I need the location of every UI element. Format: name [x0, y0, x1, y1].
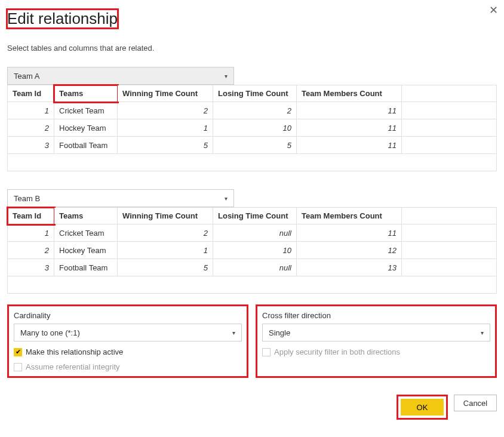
- table-row[interactable]: 1 Cricket Team 2 2 11: [8, 102, 497, 119]
- table-a-selected: Team A: [14, 72, 39, 81]
- checkbox-checked-icon: ✔: [14, 348, 22, 356]
- col-header-members[interactable]: Team Members Count: [297, 85, 402, 102]
- cell-id: 2: [8, 119, 54, 137]
- table-row[interactable]: 3 Football Team 5 5 11: [8, 137, 497, 154]
- table-a-grid: Team Id Teams Winning Time Count Losing …: [7, 85, 497, 171]
- table-row[interactable]: 2 Hockey Team 1 10 11: [8, 119, 497, 137]
- col-header-losing[interactable]: Losing Time Count: [213, 208, 297, 224]
- table-b-select[interactable]: Team B ▾: [7, 189, 234, 207]
- table-row[interactable]: 1 Cricket Team 2 null 11: [8, 224, 497, 242]
- cardinality-label: Cardinality: [14, 311, 242, 320]
- cell-lose: null: [213, 259, 297, 276]
- cell-teams: Hockey Team: [54, 242, 118, 259]
- edit-relationship-dialog: ✕ Edit relationship Select tables and co…: [0, 0, 504, 432]
- cell-id: 3: [8, 137, 54, 154]
- security-checkbox-row: Apply security filter in both directions: [262, 347, 490, 356]
- chevron-down-icon: ▾: [232, 330, 235, 336]
- cardinality-select[interactable]: Many to one (*:1) ▾: [14, 324, 242, 341]
- col-header-team-id[interactable]: Team Id: [8, 208, 54, 224]
- col-header-teams[interactable]: Teams: [54, 208, 118, 224]
- active-checkbox-label: Make this relationship active: [26, 347, 123, 356]
- cell-teams: Hockey Team: [54, 119, 118, 137]
- col-header-empty: [402, 85, 497, 102]
- cell-win: 1: [118, 242, 213, 259]
- cancel-button[interactable]: Cancel: [454, 395, 497, 411]
- cell-empty: [402, 259, 497, 276]
- cell-id: 3: [8, 259, 54, 276]
- cell-mem: 11: [297, 102, 402, 119]
- table-row[interactable]: 3 Football Team 5 null 13: [8, 259, 497, 276]
- cell-teams: Cricket Team: [54, 224, 118, 242]
- cell-win: 5: [118, 259, 213, 276]
- cell-mem: 11: [297, 119, 402, 137]
- col-header-team-id[interactable]: Team Id: [8, 85, 54, 102]
- checkbox-icon: [14, 363, 22, 371]
- table-b-header-row: Team Id Teams Winning Time Count Losing …: [8, 208, 497, 224]
- col-header-empty: [402, 208, 497, 224]
- table-a-header-row: Team Id Teams Winning Time Count Losing …: [8, 85, 497, 102]
- crossfilter-label: Cross filter direction: [262, 311, 490, 320]
- active-checkbox-row[interactable]: ✔ Make this relationship active: [14, 347, 242, 356]
- dialog-buttons: OK Cancel: [7, 395, 497, 420]
- crossfilter-panel: Cross filter direction Single ▾ Apply se…: [256, 304, 497, 378]
- cell-mem: 11: [297, 137, 402, 154]
- table-row[interactable]: 2 Hockey Team 1 10 12: [8, 242, 497, 259]
- cell-lose: null: [213, 224, 297, 242]
- col-header-members[interactable]: Team Members Count: [297, 208, 402, 224]
- cell-id: 2: [8, 242, 54, 259]
- cell-mem: 12: [297, 242, 402, 259]
- cell-lose: 2: [213, 102, 297, 119]
- chevron-down-icon: ▾: [225, 195, 228, 202]
- table-a-select[interactable]: Team A ▾: [7, 67, 234, 85]
- table-b-footer: [8, 276, 497, 294]
- col-header-teams[interactable]: Teams: [54, 85, 118, 102]
- integrity-checkbox-label: Assume referential integrity: [26, 362, 120, 371]
- cell-win: 5: [118, 137, 213, 154]
- security-checkbox-label: Apply security filter in both directions: [274, 347, 400, 356]
- cell-id: 1: [8, 102, 54, 119]
- cell-empty: [402, 119, 497, 137]
- cell-teams: Football Team: [54, 259, 118, 276]
- cell-win: 1: [118, 119, 213, 137]
- cell-win: 2: [118, 224, 213, 242]
- integrity-checkbox-row: Assume referential integrity: [14, 362, 242, 371]
- cell-empty: [402, 224, 497, 242]
- col-header-winning[interactable]: Winning Time Count: [118, 208, 213, 224]
- col-header-winning[interactable]: Winning Time Count: [118, 85, 213, 102]
- chevron-down-icon: ▾: [225, 73, 228, 79]
- cell-lose: 10: [213, 119, 297, 137]
- cell-id: 1: [8, 224, 54, 242]
- cell-mem: 13: [297, 259, 402, 276]
- table-b-selected: Team B: [14, 194, 40, 203]
- cell-teams: Cricket Team: [54, 102, 118, 119]
- cardinality-value: Many to one (*:1): [20, 328, 80, 337]
- options-row: Cardinality Many to one (*:1) ▾ ✔ Make t…: [7, 304, 497, 378]
- dialog-title: Edit relationship: [7, 10, 118, 28]
- cell-lose: 5: [213, 137, 297, 154]
- chevron-down-icon: ▾: [481, 330, 484, 336]
- crossfilter-value: Single: [269, 328, 290, 337]
- cell-mem: 11: [297, 224, 402, 242]
- dialog-subtitle: Select tables and columns that are relat…: [7, 44, 497, 53]
- close-icon[interactable]: ✕: [489, 4, 498, 17]
- checkbox-icon: [262, 348, 271, 356]
- ok-button[interactable]: OK: [401, 399, 444, 416]
- cell-empty: [402, 137, 497, 154]
- col-header-losing[interactable]: Losing Time Count: [213, 85, 297, 102]
- cell-win: 2: [118, 102, 213, 119]
- cell-teams: Football Team: [54, 137, 118, 154]
- cardinality-panel: Cardinality Many to one (*:1) ▾ ✔ Make t…: [7, 304, 248, 378]
- table-b-grid: Team Id Teams Winning Time Count Losing …: [7, 207, 497, 294]
- table-a-footer: [8, 154, 497, 171]
- cell-empty: [402, 242, 497, 259]
- crossfilter-select[interactable]: Single ▾: [262, 324, 490, 341]
- cell-lose: 10: [213, 242, 297, 259]
- cell-empty: [402, 102, 497, 119]
